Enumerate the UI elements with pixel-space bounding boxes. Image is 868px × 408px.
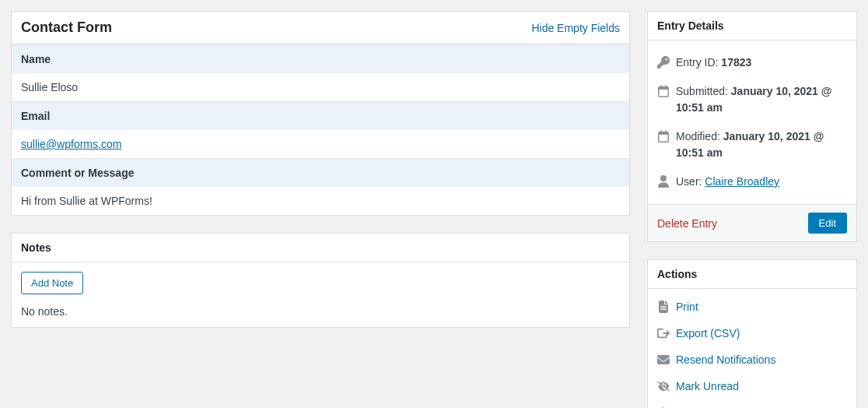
action-resend-row: Resend Notifications bbox=[657, 346, 847, 373]
actions-header: Actions bbox=[648, 260, 856, 289]
field-email-label: Email bbox=[12, 101, 629, 130]
action-print-row: Print bbox=[657, 294, 847, 320]
print-link[interactable]: Print bbox=[676, 301, 698, 313]
contact-form-title: Contact Form bbox=[21, 19, 112, 36]
modified-text: Modified: January 10, 2021 @ 10:51 am bbox=[676, 128, 847, 161]
action-star-row: Star bbox=[657, 399, 847, 408]
export-icon bbox=[657, 327, 670, 339]
entry-id-row: Entry ID: 17823 bbox=[657, 48, 847, 77]
edit-button[interactable]: Edit bbox=[808, 213, 847, 234]
notes-panel: Notes Add Note No notes. bbox=[11, 233, 630, 328]
delete-entry-link[interactable]: Delete Entry bbox=[657, 217, 717, 230]
field-name-label: Name bbox=[12, 44, 629, 73]
contact-form-header: Contact Form Hide Empty Fields bbox=[12, 12, 629, 44]
actions-panel: Actions Print Export (CSV) bbox=[647, 259, 857, 408]
actions-title: Actions bbox=[657, 268, 697, 280]
calendar-icon bbox=[657, 130, 670, 142]
user-text: User: Claire Broadley bbox=[676, 174, 779, 190]
field-email-value: sullie@wpforms.com bbox=[12, 130, 629, 158]
hide-empty-fields-link[interactable]: Hide Empty Fields bbox=[531, 22, 620, 34]
entry-details-footer: Delete Entry Edit bbox=[648, 204, 856, 241]
action-unread-row: Mark Unread bbox=[657, 373, 847, 399]
notes-title: Notes bbox=[21, 241, 51, 254]
envelope-icon bbox=[657, 353, 670, 366]
field-comment-value: Hi from Sullie at WPForms! bbox=[12, 187, 629, 215]
field-name-value: Sullie Eloso bbox=[12, 73, 629, 101]
field-comment-label: Comment or Message bbox=[12, 158, 629, 187]
mark-unread-link[interactable]: Mark Unread bbox=[676, 380, 739, 392]
add-note-button[interactable]: Add Note bbox=[21, 272, 83, 294]
user-row: User: Claire Broadley bbox=[657, 167, 847, 196]
contact-form-panel: Contact Form Hide Empty Fields Name Sull… bbox=[11, 11, 630, 216]
calendar-icon bbox=[657, 85, 670, 97]
submitted-row: Submitted: January 10, 2021 @ 10:51 am bbox=[657, 77, 847, 122]
user-icon bbox=[657, 175, 670, 188]
submitted-text: Submitted: January 10, 2021 @ 10:51 am bbox=[676, 83, 847, 116]
no-notes-text: No notes. bbox=[21, 305, 620, 318]
notes-header: Notes bbox=[12, 234, 629, 262]
export-link[interactable]: Export (CSV) bbox=[676, 327, 740, 339]
entry-details-panel: Entry Details Entry ID: 17823 Su bbox=[647, 11, 857, 242]
action-export-row: Export (CSV) bbox=[657, 320, 847, 346]
eye-slash-icon bbox=[657, 380, 670, 392]
entry-details-title: Entry Details bbox=[657, 19, 724, 32]
entry-details-header: Entry Details bbox=[648, 12, 856, 40]
print-icon bbox=[657, 301, 670, 313]
email-link[interactable]: sullie@wpforms.com bbox=[21, 138, 121, 150]
key-icon bbox=[657, 56, 670, 69]
modified-row: Modified: January 10, 2021 @ 10:51 am bbox=[657, 122, 847, 167]
user-link[interactable]: Claire Broadley bbox=[705, 175, 779, 188]
resend-link[interactable]: Resend Notifications bbox=[676, 353, 775, 366]
entry-id-text: Entry ID: 17823 bbox=[676, 55, 751, 71]
